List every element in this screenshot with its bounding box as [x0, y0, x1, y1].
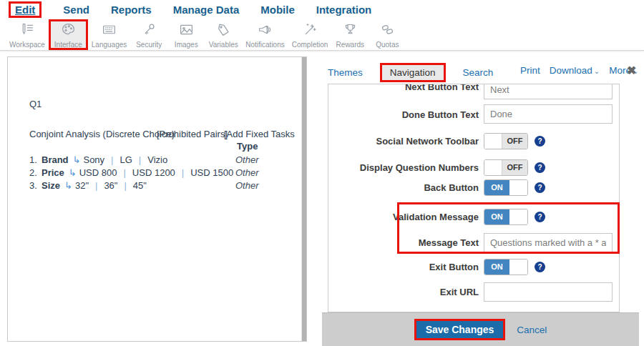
survey-preview-panel: Q1 Conjoint Analysis (Discrete Choice) […: [7, 56, 307, 342]
exit-button-label: Exit Button: [328, 262, 479, 272]
edit-toolbar: Workspace Interface Languages Security I…: [0, 19, 644, 51]
toolbar-item-notifications[interactable]: Notifications: [242, 19, 288, 50]
nav-item-manage-data[interactable]: Manage Data: [173, 4, 240, 16]
option-value[interactable]: 45": [133, 180, 147, 191]
chevron-down-icon: ⌄: [594, 67, 600, 75]
attribute-type: Other: [235, 180, 259, 191]
branch-arrow-icon: ↳: [73, 154, 81, 165]
message-text-input[interactable]: [484, 233, 613, 252]
nav-item-mobile[interactable]: Mobile: [260, 4, 295, 16]
key-icon: [141, 22, 157, 40]
image-icon: [178, 22, 195, 40]
toolbar-item-languages[interactable]: Languages: [88, 19, 131, 50]
toolbar-item-label: Quotas: [376, 41, 399, 49]
attribute-name[interactable]: Brand: [42, 154, 69, 165]
attribute-row: 3.Size↳32"|36"|45" Other: [29, 180, 296, 193]
toolbar-item-security[interactable]: Security: [130, 19, 167, 50]
nav-item-integration[interactable]: Integration: [316, 4, 372, 16]
toolbar-item-images[interactable]: Images: [167, 19, 205, 50]
nav-item-edit[interactable]: Edit: [9, 1, 42, 18]
social-network-toolbar-label: Social Network Toolbar: [328, 136, 479, 147]
pipe-divider: |: [123, 167, 125, 178]
help-icon[interactable]: ?: [535, 212, 545, 222]
nav-item-reports[interactable]: Reports: [111, 4, 152, 16]
option-value[interactable]: USD 1200: [132, 167, 175, 178]
trophy-icon: [342, 22, 358, 40]
pipe-divider: |: [139, 154, 141, 165]
exit-url-input[interactable]: [484, 282, 613, 302]
save-changes-button[interactable]: Save Changes: [414, 319, 506, 340]
toolbar-item-label: Images: [175, 41, 198, 49]
help-icon[interactable]: ?: [535, 182, 545, 193]
attribute-type: Other: [235, 167, 259, 178]
download-link[interactable]: Download⌄: [550, 65, 600, 76]
toolbar-item-label: Workspace: [9, 41, 45, 49]
attribute-type: Other: [235, 154, 259, 165]
close-icon[interactable]: ✖: [627, 64, 636, 77]
validation-message-toggle[interactable]: ON: [484, 209, 528, 225]
print-link[interactable]: Print: [520, 65, 540, 76]
help-icon[interactable]: ?: [535, 136, 545, 147]
tag-icon: [215, 22, 232, 40]
back-button-label: Back Button: [328, 182, 479, 193]
tab-themes[interactable]: Themes: [328, 67, 363, 78]
validation-message-label: Validation Message: [328, 212, 479, 222]
row-number: 1.: [29, 154, 42, 165]
tab-search[interactable]: Search: [463, 67, 494, 78]
workspace-icon: [19, 22, 35, 40]
option-value[interactable]: Vizio: [147, 154, 167, 165]
display-question-numbers-toggle[interactable]: OFF: [484, 159, 528, 176]
toolbar-item-completion[interactable]: Completion: [288, 19, 332, 50]
add-fixed-tasks-link[interactable]: [Add Fixed Tasks: [224, 129, 295, 139]
pipe-divider: |: [182, 167, 184, 178]
toolbar-item-label: Completion: [292, 41, 328, 49]
toolbar-item-variables[interactable]: Variables: [205, 19, 242, 50]
megaphone-icon: [257, 22, 273, 40]
tab-navigation[interactable]: Navigation: [380, 63, 446, 82]
pipe-divider: |: [95, 180, 97, 191]
toolbar-item-label: Interface: [54, 41, 82, 49]
branch-arrow-icon: ↳: [64, 180, 72, 191]
toolbar-item-quotas[interactable]: Quotas: [369, 19, 406, 50]
preview-scrollbar[interactable]: [301, 57, 306, 341]
done-button-text-label: Done Button Text: [328, 109, 479, 120]
cancel-link[interactable]: Cancel: [517, 325, 547, 335]
display-question-numbers-label: Display Question Numbers: [328, 162, 479, 173]
wand-icon: [302, 22, 318, 40]
form-footer: Save Changes Cancel: [322, 312, 639, 346]
toolbar-item-rewards[interactable]: Rewards: [331, 19, 369, 50]
attribute-name[interactable]: Size: [42, 180, 60, 191]
keyboard-icon: [101, 22, 117, 40]
social-network-toolbar-toggle[interactable]: OFF: [484, 133, 528, 149]
option-value[interactable]: Sony: [83, 154, 104, 165]
option-value[interactable]: 32": [75, 180, 89, 191]
option-value[interactable]: LG: [120, 154, 132, 165]
pipe-divider: |: [111, 154, 113, 165]
row-number: 3.: [29, 180, 42, 191]
exit-button-toggle[interactable]: ON: [484, 259, 528, 275]
nav-item-send[interactable]: Send: [63, 4, 89, 16]
message-text-label: Message Text: [328, 237, 479, 248]
attribute-row: 2.Price↳USD 800|USD 1200|USD 1500 Other: [29, 167, 296, 180]
toolbar-item-workspace[interactable]: Workspace: [6, 19, 49, 50]
next-button-text-input[interactable]: [484, 84, 613, 99]
help-icon[interactable]: ?: [535, 162, 545, 173]
toolbar-item-label: Rewards: [336, 41, 364, 49]
question-type-label: Conjoint Analysis (Discrete Choice): [29, 129, 175, 139]
exit-url-label: Exit URL: [328, 287, 479, 297]
option-value[interactable]: USD 800: [79, 167, 117, 178]
option-value[interactable]: 36": [104, 180, 117, 191]
back-button-toggle[interactable]: ON: [484, 179, 528, 196]
help-icon[interactable]: ?: [535, 262, 545, 272]
prohibited-pairs-link[interactable]: [Prohibited Pairs]: [157, 129, 228, 139]
attribute-name[interactable]: Price: [42, 167, 64, 178]
type-column-header: Type: [237, 141, 258, 152]
attribute-row: 1.Brand↳Sony|LG|Vizio Other: [29, 154, 296, 167]
done-button-text-input[interactable]: [484, 104, 613, 124]
question-code: Q1: [29, 99, 42, 109]
navigation-settings-form: Next Button Text Done Button Text Social…: [328, 84, 620, 312]
settings-tabs: Themes Navigation Search: [328, 63, 493, 82]
option-value[interactable]: USD 1500: [190, 167, 233, 178]
row-number: 2.: [29, 167, 42, 178]
toolbar-item-interface[interactable]: Interface: [49, 19, 88, 50]
